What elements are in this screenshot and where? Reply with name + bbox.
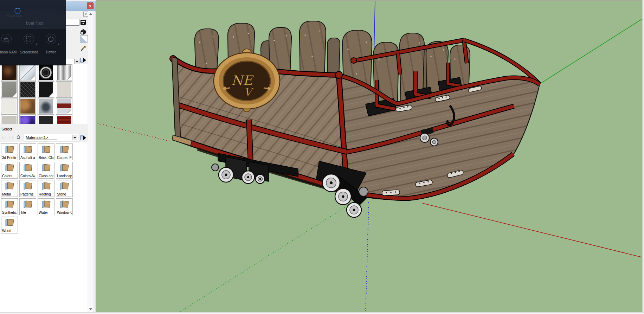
status-strip — [0, 312, 644, 314]
ghost-field-text: boat floor — [26, 21, 44, 26]
wood-burl-texture — [2, 65, 17, 80]
material-swatch-silver[interactable] — [56, 64, 72, 81]
folder-colors-na[interactable]: Colors-Na — [19, 162, 36, 179]
material-swatch-rust[interactable] — [19, 98, 36, 115]
material-swatch-purple-mottle[interactable] — [19, 115, 36, 124]
material-swatch-dark-red-wood[interactable] — [56, 115, 72, 124]
blue-axis-dotted — [366, 202, 369, 312]
application-window: NE V — [0, 0, 644, 314]
folder-water[interactable]: Water — [38, 198, 54, 215]
rust-texture — [20, 99, 35, 114]
folder-asphalt-a[interactable]: Asphalt a — [19, 143, 36, 160]
light-gray-2-texture — [2, 116, 17, 124]
ghost-materials-title: Materials — [6, 13, 22, 18]
gray-texture — [2, 82, 17, 97]
details-arrow-icon[interactable] — [80, 57, 86, 63]
coaster-car-model: NE V — [170, 21, 540, 217]
utility-overlay: Materials boat floor hoon RAM Screenshot… — [0, 0, 66, 65]
folder-synthetic[interactable]: Synthetic — [1, 198, 18, 215]
material-swatch-black[interactable] — [38, 81, 54, 98]
folder-landscap[interactable]: Landscap — [56, 162, 73, 179]
material-swatch-off-white[interactable] — [1, 98, 18, 115]
material-swatch-wood-burl[interactable] — [1, 64, 18, 81]
ram-button-label: hoon RAM — [0, 50, 16, 54]
nav-forward-icon[interactable]: ⇨ — [9, 134, 14, 141]
nav-home-icon[interactable]: ⌂ — [17, 133, 20, 140]
caret-down-icon[interactable] — [58, 44, 60, 45]
folder-patterns[interactable]: Patterns — [19, 180, 36, 197]
red-axis-dotted — [98, 123, 170, 141]
3d-scene: NE V — [96, 0, 644, 312]
near-black-texture — [38, 116, 53, 124]
folder-stone[interactable]: Stone — [56, 180, 73, 197]
select-section-label: Select — [1, 127, 12, 131]
train-photo-red-texture — [57, 99, 72, 114]
folder-window-c[interactable]: Window C — [56, 198, 73, 215]
purple-mottle-texture — [20, 116, 35, 124]
folder-glass-and[interactable]: Glass and — [38, 162, 54, 179]
nav-back-icon[interactable]: ⇦ — [2, 134, 6, 141]
folder-label: Synthetic — [2, 211, 17, 214]
scroll-up-icon[interactable] — [89, 13, 92, 15]
folder-metal[interactable]: Metal — [1, 180, 18, 197]
folder-colors[interactable]: Colors — [1, 162, 18, 179]
folder-roofing[interactable]: Roofing — [38, 180, 54, 197]
material-swatch-metal-plate[interactable] — [19, 64, 36, 81]
material-preview-swatch[interactable] — [80, 35, 88, 43]
material-swatch-train-photo-red[interactable] — [56, 98, 72, 115]
black-texture — [38, 82, 53, 97]
screenshot-button-label: Screenshot — [19, 50, 39, 54]
screenshot-icon[interactable] — [24, 34, 34, 44]
material-swatch-train-photo-gray[interactable] — [38, 98, 54, 115]
folder-label: Patterns — [20, 192, 35, 196]
folder-3d-printir[interactable]: 3d Printir — [1, 143, 18, 160]
folder-label: Roofing — [39, 192, 53, 196]
tire-wheel-texture — [38, 65, 53, 80]
collections-dropdown[interactable]: Materials<1> — [24, 134, 78, 141]
folder-label: Tile — [20, 211, 35, 214]
scroll-down-icon[interactable] — [89, 308, 92, 310]
secondary-pane-icon[interactable] — [80, 19, 86, 26]
material-swatch-gray[interactable] — [1, 81, 18, 98]
folder-label: Asphalt a — [20, 156, 35, 160]
folder-label: Colors — [2, 174, 17, 178]
eyedropper-icon[interactable] — [80, 46, 86, 52]
folder-label: Carpet, F — [57, 156, 72, 160]
collections-dropdown-value: Materials<1> — [26, 135, 57, 140]
material-swatch-light-warm-gray[interactable] — [56, 81, 72, 98]
create-material-icon[interactable] — [80, 28, 86, 35]
material-folder-grid: 3d PrintirAsphalt aBrick, ClaCarpet, FCo… — [0, 142, 88, 237]
tray-empty-area — [0, 237, 88, 312]
off-white-texture — [2, 99, 17, 114]
viewport-top-edge — [96, 0, 644, 1]
tray-close-button[interactable]: x — [87, 2, 94, 9]
folder-label: Colors-Na — [20, 174, 35, 178]
material-swatch-grid — [0, 64, 88, 124]
tray-scrollbar[interactable] — [88, 11, 93, 312]
details-arrow-icon[interactable] — [80, 135, 86, 141]
3d-viewport[interactable]: NE V — [96, 0, 644, 312]
metal-plate-texture — [20, 65, 35, 80]
folder-carpet-f[interactable]: Carpet, F — [56, 143, 73, 160]
folder-label: Landscap — [57, 174, 72, 178]
material-swatch-tire-wheel[interactable] — [38, 64, 54, 81]
material-swatch-diamond-plate[interactable] — [19, 81, 36, 98]
folder-label: Glass and — [39, 174, 53, 178]
dropdown-arrow-icon[interactable] — [72, 135, 77, 140]
folder-tile[interactable]: Tile — [19, 198, 36, 215]
silver-texture — [57, 65, 72, 80]
folder-wood[interactable]: Wood — [1, 217, 18, 233]
power-button-label: Power — [41, 50, 61, 54]
train-photo-gray-texture — [38, 99, 53, 114]
dark-red-wood-texture — [57, 116, 72, 124]
green-axis-dotted — [179, 198, 359, 312]
power-icon[interactable] — [46, 34, 56, 44]
caret-down-icon[interactable] — [36, 44, 38, 45]
folder-brick-cla[interactable]: Brick, Cla — [38, 143, 54, 160]
materials-panel-close-button[interactable]: x — [83, 12, 88, 17]
red-axis-solid — [423, 203, 643, 257]
material-swatch-near-black[interactable] — [38, 115, 54, 124]
material-swatch-light-gray-2[interactable] — [1, 115, 18, 124]
broom-icon[interactable] — [1, 34, 12, 44]
folder-label: 3d Printir — [2, 156, 17, 160]
